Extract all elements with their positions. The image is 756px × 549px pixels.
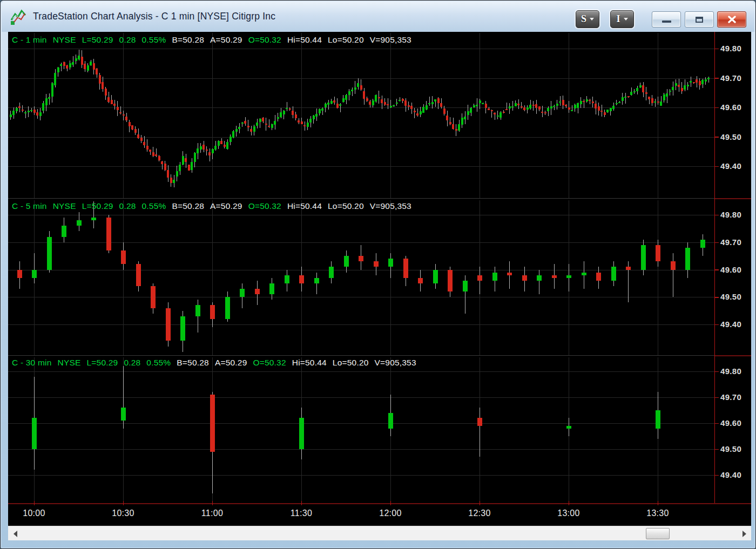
time-axis-label: 11:00 (193, 509, 231, 518)
window-title: TradeStation Chart Analysis - C 1 min [N… (33, 11, 275, 22)
candle-body (24, 112, 26, 113)
candle-body (62, 226, 66, 236)
scroll-left-button[interactable] (8, 526, 22, 541)
candle-body (440, 103, 442, 107)
candle-body (612, 106, 615, 109)
candle-body (325, 104, 327, 107)
candle-body (125, 117, 127, 120)
minimize-button[interactable] (652, 11, 681, 28)
quote-field: C - 5 min (12, 201, 47, 211)
candle-body (503, 112, 505, 113)
candle-body (426, 105, 428, 110)
candle-body (72, 62, 74, 65)
style-button-label: S (581, 13, 586, 25)
candle-body (77, 220, 82, 226)
candle-body (511, 106, 514, 107)
quote-field: Lo=50.20 (333, 358, 369, 367)
price-axis-label: 49.80 (720, 44, 753, 53)
candle-body (84, 64, 86, 69)
candle-body (289, 109, 291, 110)
candle-body (54, 73, 56, 85)
candle-body (232, 131, 234, 138)
chart-client-area: C - 1 minNYSEL=50.290.280.55%B=50.28A=50… (8, 32, 751, 540)
candle-body (685, 248, 690, 270)
candle-body (477, 418, 482, 425)
candle-body (488, 109, 490, 110)
candle-body (250, 129, 252, 132)
close-button[interactable] (717, 11, 746, 28)
quote-field: L=50.29 (82, 201, 113, 211)
candlestick-chart-canvas[interactable] (8, 32, 751, 505)
candle-body (244, 121, 246, 124)
quote-field: V=905,353 (370, 201, 411, 211)
candle-body (333, 100, 335, 103)
chevron-down-icon (590, 18, 594, 21)
candle-body (48, 97, 50, 99)
candle-body (286, 108, 288, 109)
maximize-button[interactable] (685, 11, 714, 28)
scrollbar-thumb[interactable] (646, 528, 670, 539)
indicator-dropdown-button[interactable]: I (610, 10, 634, 28)
candle-body (396, 103, 398, 104)
candle-body (32, 418, 37, 449)
candle-body (443, 109, 446, 114)
candle-body (188, 165, 190, 171)
candle-body (212, 149, 214, 153)
candle-body (538, 106, 541, 110)
candle-body (277, 117, 279, 119)
candle-body (384, 102, 386, 105)
candle-body (675, 83, 677, 86)
candle-body (366, 98, 368, 101)
candle-body (87, 65, 89, 71)
quote-field: V=905,353 (375, 358, 416, 367)
candle-body (586, 99, 588, 101)
candle-body (678, 85, 680, 87)
candle-body (226, 142, 228, 149)
candle-body (344, 256, 349, 267)
quote-field: 0.28 (124, 358, 140, 367)
candle-body (195, 305, 200, 316)
candle-body (253, 126, 255, 132)
candle-body (648, 97, 650, 99)
app-icon (10, 9, 26, 25)
candle-body (303, 125, 306, 126)
arrow-left-icon (14, 531, 17, 537)
horizontal-scrollbar[interactable] (8, 526, 751, 540)
scroll-right-button[interactable] (737, 526, 751, 541)
candle-body (238, 127, 240, 130)
candle-body (473, 105, 475, 108)
candle-body (99, 75, 101, 84)
candle-body (515, 103, 517, 106)
candle-body (414, 111, 416, 112)
candle-body (521, 106, 523, 107)
candle-body (299, 275, 304, 283)
candle-body (342, 98, 345, 102)
candle-body (630, 92, 632, 95)
candle-body (566, 275, 571, 278)
candle-body (214, 146, 217, 150)
candle-body (359, 256, 363, 261)
candle-body (262, 118, 264, 121)
candle-body (271, 124, 273, 128)
price-axis-label: 49.40 (720, 470, 753, 479)
quote-field: 0.55% (142, 35, 166, 44)
price-axis-label: 49.50 (720, 132, 753, 141)
candle-body (330, 101, 333, 104)
style-dropdown-button[interactable]: S (576, 10, 599, 28)
price-axis-label: 49.80 (720, 210, 753, 219)
candle-body (351, 90, 353, 91)
candle-body (60, 64, 62, 66)
candle-body (121, 408, 126, 421)
candle-body (470, 108, 472, 113)
candle-body (329, 267, 334, 277)
quote-field: 0.28 (119, 35, 136, 44)
candle-body (494, 113, 496, 114)
quote-field: NYSE (58, 358, 81, 367)
chevron-down-icon (624, 18, 628, 21)
quote-field: B=50.28 (172, 35, 204, 44)
candle-body (497, 116, 499, 117)
candle-body (568, 107, 570, 109)
candle-body (458, 124, 460, 131)
candle-body (707, 78, 710, 79)
candle-body (611, 267, 616, 280)
